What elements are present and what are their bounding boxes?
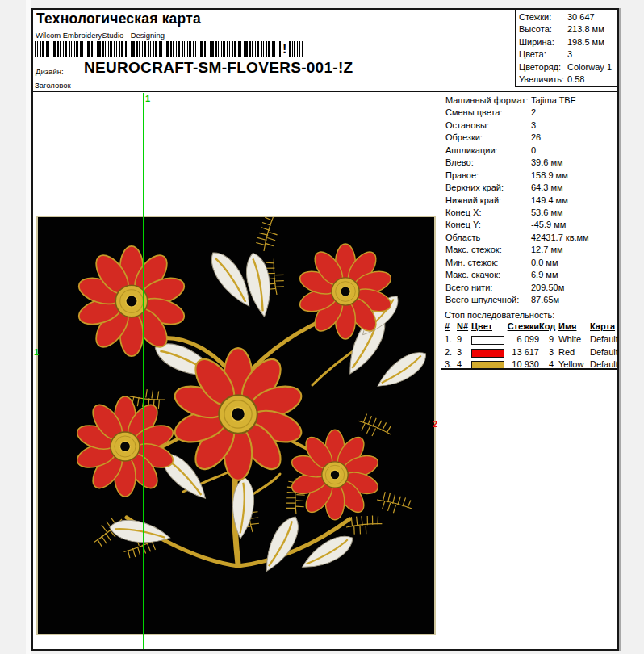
color-name: White [558,334,581,344]
col-code: Код [539,321,554,331]
detail-value: 3 [531,120,536,130]
stop-table-row: 1. 9 6 099 9 White Default [441,334,617,347]
detail-label: Верхних край: [445,182,504,192]
design-label: Дизайн: [36,67,64,76]
worksheet-page: Технологическая карта Wilcom EmbroideryS… [31,8,619,651]
detail-row: Всего нити:209.50м [441,283,617,295]
detail-row: Остановы:3 [441,120,617,132]
detail-value: -45.9 мм [531,220,566,229]
summary-label: Цветоряд: [519,62,561,72]
detail-row: Нижний край:149.4 мм [441,195,617,208]
start-marker-label: 1 [145,94,150,103]
detail-value: 87.65м [531,295,559,304]
detail-value: 26 [531,132,541,142]
stop-number: 2. [445,347,452,357]
summary-label: Высота: [519,24,552,34]
detail-row: Смены цвета:2 [441,107,617,119]
header-note: Заголовок [35,81,71,90]
detail-label: Конец X: [445,208,481,217]
detail-label: Мин. стежок: [445,258,498,267]
detail-row: Макс. стежок:12.7 мм [441,245,617,257]
detail-row: Мин. стежок:0.0 мм [441,258,617,270]
embroidery-design-preview [38,217,434,634]
page-title: Технологическая карта [36,10,201,27]
stop-table-header: # N# Цвет Стежки Код Имя Карта [441,321,617,334]
end-point-vline [228,93,228,649]
summary-value: 213.8 мм [567,24,604,34]
design-barcode [35,41,281,57]
summary-label: Стежки: [519,12,551,22]
chart-name: Default [590,347,618,357]
detail-value: 2 [531,107,536,117]
detail-row: Конец X:53.6 мм [441,208,617,220]
summary-stats-box: Стежки:30 647 Высота:213.8 мм Ширина:198… [515,10,617,87]
stop-sequence-title: Стоп последовательность: [445,310,554,320]
detail-row: Аппликации:0 [441,145,617,157]
detail-row: Влево:39.6 мм [441,157,617,170]
detail-label: Смены цвета: [445,107,503,117]
stitch-count: 13 617 [483,347,539,357]
detail-label: Конец Y: [445,220,481,229]
summary-row: Цветоряд:Colorway 1 [516,62,617,74]
col-stitches: Стежки [483,321,539,331]
detail-value: Tajima TBF [531,95,575,105]
detail-label: Нижний край: [445,195,501,205]
chart-name: Default [590,334,618,344]
detail-row: Область42431.7 кв.мм [441,233,617,245]
machine-info-panel: Машинный формат:Tajima TBF Смены цвета:2… [441,93,617,649]
col-name: Имя [558,321,576,331]
summary-value: 3 [567,49,572,59]
detail-value: 42431.7 кв.мм [531,233,589,242]
summary-label: Увеличить: [519,74,564,84]
col-chart: Карта [590,321,615,331]
detail-value: 53.6 мм [531,208,563,217]
detail-label: Правое: [445,170,479,180]
machine-details: Машинный формат:Tajima TBF Смены цвета:2… [441,95,617,307]
detail-row: Конец Y:-45.9 мм [441,220,617,232]
summary-row: Ширина:198.5 мм [516,37,617,49]
detail-value: 12.7 мм [531,245,563,254]
detail-row: Обрезки:26 [441,132,617,145]
design-name: NEUROCRAFT-SM-FLOVERS-001-!Z [84,59,353,77]
design-fabric-area [36,216,436,635]
stop-table-row: 3. 4 10 930 4 Yellow Default [441,359,617,372]
detail-label: Всего шпулечной: [445,295,519,304]
start-point-hline [33,358,441,358]
detail-value: 6.9 мм [531,270,558,279]
title-divider [33,27,517,27]
detail-row: Всего шпулечной:87.65м [441,295,617,307]
stop-table-row: 2. 3 13 617 3 Red Default [441,347,617,360]
design-canvas: 1 1 2 [33,93,441,649]
detail-label: Макс. стежок: [445,245,502,254]
summary-row: Стежки:30 647 [516,12,617,24]
end-marker-label: 2 [433,420,437,428]
detail-label: Машинный формат: [445,95,528,105]
needle-number: 3 [457,347,462,357]
summary-value: Colorway 1 [567,62,612,72]
summary-row: Цвета:3 [516,49,617,61]
detail-value: 64.3 мм [531,182,563,192]
stop-table-bottom-rule [441,368,617,370]
detail-row: Правое:158.9 мм [441,170,617,182]
color-code: 9 [539,334,554,344]
summary-row: Высота:213.8 мм [516,24,617,36]
detail-value: 0.0 мм [531,258,558,267]
barcode-exclamation: ! [282,41,286,57]
detail-value: 39.6 мм [531,157,563,167]
start-marker-label: 1 [34,348,39,356]
detail-label: Обрезки: [445,132,483,142]
detail-label: Макс. скачок: [445,270,500,279]
stop-sequence-table: # N# Цвет Стежки Код Имя Карта 1. 9 6 09… [441,321,617,372]
start-point-vline [143,93,144,649]
stop-number: 1. [445,334,452,344]
detail-label: Аппликации: [445,145,498,155]
summary-row: Увеличить:0.58 [516,74,617,86]
summary-label: Ширина: [519,37,554,47]
summary-value: 0.58 [567,74,584,84]
detail-row: Макс. скачок:6.9 мм [441,270,617,282]
detail-row: Верхних край:64.3 мм [441,182,617,195]
detail-label: Область [445,233,480,242]
stitch-count: 6 099 [483,334,539,344]
color-code: 3 [539,347,554,357]
color-name: Red [558,347,575,357]
